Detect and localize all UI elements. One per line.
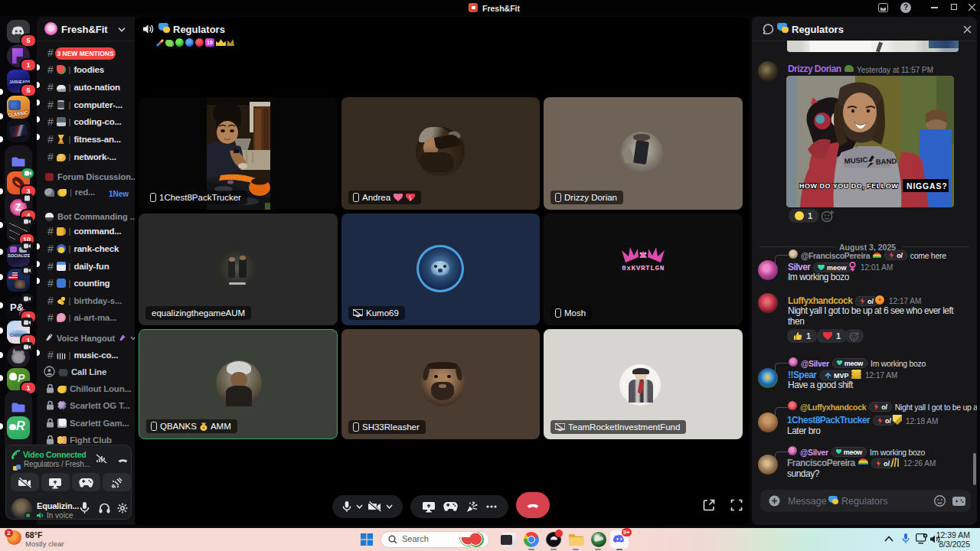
svg-text:HOW DO YOU DO, FELLOW: HOW DO YOU DO, FELLOW (799, 182, 898, 190)
svg-text:NIGGAS?: NIGGAS? (906, 181, 947, 191)
svg-text:MUSIC: MUSIC (844, 155, 867, 165)
svg-text:BAND: BAND (876, 157, 897, 166)
